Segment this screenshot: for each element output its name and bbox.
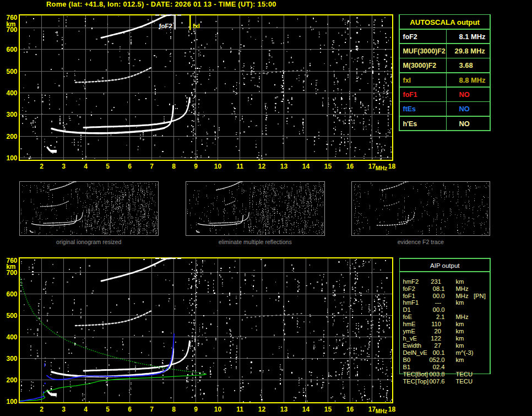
svg-text:evidence F2 trace: evidence F2 trace xyxy=(398,239,444,245)
svg-text:12: 12 xyxy=(258,163,266,170)
svg-text:9: 9 xyxy=(194,163,198,170)
svg-text:29.8 MHz: 29.8 MHz xyxy=(455,47,485,55)
svg-text:3.68: 3.68 xyxy=(459,61,473,69)
svg-text:600: 600 xyxy=(6,290,17,298)
svg-text:km: km xyxy=(456,321,464,327)
svg-text:00.0: 00.0 xyxy=(433,306,445,313)
svg-text:8.1 MHz: 8.1 MHz xyxy=(459,33,486,41)
svg-text:hmF2: hmF2 xyxy=(403,278,419,285)
svg-text:17: 17 xyxy=(368,406,376,413)
svg-text:4: 4 xyxy=(84,163,88,170)
svg-text:foF1: foF1 xyxy=(403,91,417,99)
svg-text:500: 500 xyxy=(6,312,17,320)
svg-text:13: 13 xyxy=(280,163,288,170)
svg-text:NO: NO xyxy=(459,90,470,99)
svg-text:100: 100 xyxy=(6,154,17,162)
svg-text:12: 12 xyxy=(258,406,266,413)
svg-text:13: 13 xyxy=(280,406,288,413)
svg-text:02.4: 02.4 xyxy=(433,364,445,370)
svg-text:km: km xyxy=(456,299,464,306)
svg-text:NO: NO xyxy=(459,120,470,128)
svg-text:TECU: TECU xyxy=(456,378,473,385)
svg-text:11: 11 xyxy=(236,406,243,413)
svg-text:003.8: 003.8 xyxy=(430,371,445,377)
svg-text:TECU: TECU xyxy=(456,371,473,377)
svg-text:15: 15 xyxy=(324,163,332,170)
svg-text:300: 300 xyxy=(6,355,17,363)
svg-text:08.1: 08.1 xyxy=(433,285,445,292)
svg-text:14: 14 xyxy=(302,163,310,170)
svg-text:AUTOSCALA output: AUTOSCALA output xyxy=(410,18,480,26)
svg-text:foF2: foF2 xyxy=(403,33,417,41)
svg-text:MUF(3000)F2: MUF(3000)F2 xyxy=(403,47,446,55)
svg-text:fxI: fxI xyxy=(403,77,411,84)
svg-text:17: 17 xyxy=(368,163,376,170)
svg-text:km: km xyxy=(456,342,464,349)
svg-text:6: 6 xyxy=(128,163,132,170)
svg-text:5: 5 xyxy=(106,163,110,170)
svg-text:NO: NO xyxy=(459,105,470,113)
svg-text:TEC[Bot]: TEC[Bot] xyxy=(403,371,428,377)
svg-text:15: 15 xyxy=(324,406,332,413)
svg-text:TEC[Top]: TEC[Top] xyxy=(403,378,429,385)
svg-text:2.1: 2.1 xyxy=(436,314,445,320)
svg-text:MHz: MHz xyxy=(456,314,469,320)
svg-text:27: 27 xyxy=(435,342,441,349)
svg-text:6: 6 xyxy=(128,406,132,413)
svg-text:3: 3 xyxy=(62,163,66,170)
svg-text:MHz: MHz xyxy=(456,285,469,292)
svg-text:100: 100 xyxy=(6,398,17,406)
svg-text:Rome (lat: +41.8, lon: 012.5): Rome (lat: +41.8, lon: 012.5) - DATE: 20… xyxy=(46,0,276,8)
svg-text:B1: B1 xyxy=(403,364,411,370)
svg-text:500: 500 xyxy=(6,68,17,75)
svg-text:200: 200 xyxy=(6,133,17,141)
svg-text:DelN_vE: DelN_vE xyxy=(403,349,427,356)
svg-text:foF2: foF2 xyxy=(403,285,415,292)
svg-text:300: 300 xyxy=(6,111,17,118)
svg-text:10: 10 xyxy=(214,163,222,170)
svg-text:007.6: 007.6 xyxy=(430,378,445,385)
svg-text:7: 7 xyxy=(150,163,154,170)
svg-text:14: 14 xyxy=(302,406,310,413)
svg-text:km: km xyxy=(456,356,464,363)
svg-text:8: 8 xyxy=(172,163,176,170)
svg-text:8.8 MHz: 8.8 MHz xyxy=(459,76,486,84)
svg-text:10: 10 xyxy=(214,406,222,413)
svg-text:h_vE: h_vE xyxy=(403,335,417,342)
svg-text:km: km xyxy=(456,278,464,285)
svg-text:M(3000)F2: M(3000)F2 xyxy=(403,62,437,69)
svg-text:3: 3 xyxy=(62,406,66,413)
svg-text:original ionogram resized: original ionogram resized xyxy=(56,239,121,245)
svg-text:---: --- xyxy=(435,299,441,306)
svg-text:MHz: MHz xyxy=(376,165,388,171)
svg-text:231: 231 xyxy=(431,278,441,285)
svg-text:MHz: MHz xyxy=(456,293,469,299)
svg-text:AIP output: AIP output xyxy=(430,262,460,269)
svg-text:h'Es: h'Es xyxy=(403,120,417,128)
svg-text:2: 2 xyxy=(40,163,44,170)
svg-text:7: 7 xyxy=(150,406,154,413)
svg-text:16: 16 xyxy=(346,406,354,413)
svg-text:00.1: 00.1 xyxy=(433,349,445,356)
svg-text:hmE: hmE xyxy=(403,321,416,327)
svg-text:400: 400 xyxy=(6,89,17,97)
svg-text:11: 11 xyxy=(236,163,243,170)
svg-text:hmF1: hmF1 xyxy=(403,299,419,306)
svg-text:[PN]: [PN] xyxy=(474,293,486,299)
svg-text:16: 16 xyxy=(346,163,354,170)
svg-text:foF1: foF1 xyxy=(403,293,415,299)
svg-text:ftEs: ftEs xyxy=(403,105,416,113)
svg-text:km: km xyxy=(456,328,464,334)
svg-text:ymE: ymE xyxy=(403,328,415,334)
svg-text:200: 200 xyxy=(6,376,17,384)
svg-text:110: 110 xyxy=(431,321,441,327)
svg-text:D1: D1 xyxy=(403,306,411,313)
svg-text:8: 8 xyxy=(172,406,176,413)
svg-text:122: 122 xyxy=(431,335,441,342)
svg-text:18: 18 xyxy=(388,163,396,170)
svg-text:5: 5 xyxy=(106,406,110,413)
svg-text:km: km xyxy=(456,335,464,342)
svg-text:18: 18 xyxy=(388,406,396,413)
svg-text:00.0: 00.0 xyxy=(433,293,445,299)
svg-text:fxI: fxI xyxy=(193,23,200,29)
